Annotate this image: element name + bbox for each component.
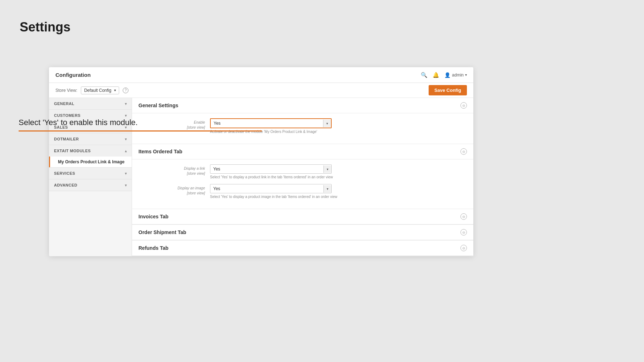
config-section-title-refunds-tab: Refunds Tab <box>138 245 169 251</box>
section-toggle-general-settings[interactable]: ⊖ <box>460 102 467 109</box>
sidebar-section-label-customers: CUSTOMERS <box>54 113 80 118</box>
config-section-header-order-shipment[interactable]: Order Shipment Tab ⊖ <box>132 225 473 240</box>
save-config-button[interactable]: Save Config <box>429 85 467 95</box>
display-image-select-wrapper: Yes ▾ <box>210 184 332 193</box>
sidebar-section-header-services[interactable]: SERVICES ▾ <box>49 168 132 179</box>
admin-user[interactable]: 👤 admin ▾ <box>444 72 467 78</box>
display-link-select-arrow[interactable]: ▾ <box>323 165 331 173</box>
display-link-select-wrapper: Yes ▾ <box>210 164 332 174</box>
store-view-bar: Store View: Default Config ▾ ? Save Conf… <box>49 83 473 98</box>
sidebar-section-label-dotmailer: DOTMAILER <box>54 137 79 141</box>
config-section-items-ordered: Items Ordered Tab ⊖ Display a link [stor… <box>132 144 473 209</box>
annotation-line <box>19 130 262 132</box>
admin-user-label: admin <box>452 73 464 78</box>
display-link-hint: Select 'Yes' to display a product link i… <box>210 175 467 179</box>
sidebar-section-dotmailer: DOTMAILER ▾ <box>49 133 132 145</box>
store-view-select[interactable]: Default Config ▾ <box>81 86 119 94</box>
general-chevron-icon: ▾ <box>125 102 127 106</box>
store-view-left: Store View: Default Config ▾ ? <box>55 86 128 94</box>
sidebar-item-my-orders[interactable]: My Orders Product Link & Image <box>49 157 132 167</box>
config-section-header-refunds-tab[interactable]: Refunds Tab ⊖ <box>132 240 473 256</box>
sidebar-section-header-general[interactable]: GENERAL ▾ <box>49 98 132 109</box>
sidebar-section-label-general: GENERAL <box>54 101 74 106</box>
annotation-text: Select 'Yes' to enable this module. <box>19 118 138 127</box>
sidebar-section-label-services: SERVICES <box>54 171 75 175</box>
config-section-body-items-ordered: Display a link [store view] Yes ▾ Select… <box>132 159 473 209</box>
dotmailer-chevron-icon: ▾ <box>125 137 127 141</box>
section-toggle-items-ordered[interactable]: ⊖ <box>460 148 467 155</box>
advanced-chevron-icon: ▾ <box>125 183 127 187</box>
sidebar-section-header-advanced[interactable]: ADVANCED ▾ <box>49 179 132 191</box>
config-row-label-display-link: Display a link [store view] <box>138 164 210 176</box>
section-toggle-order-shipment[interactable]: ⊖ <box>460 229 467 235</box>
config-section-general-settings: General Settings ⊖ Enable [store view] Y… <box>132 98 473 144</box>
store-view-chevron-icon: ▾ <box>114 88 116 92</box>
config-section-header-items-ordered[interactable]: Items Ordered Tab ⊖ <box>132 144 473 159</box>
user-icon: 👤 <box>444 72 450 78</box>
user-chevron-icon: ▾ <box>465 73 467 77</box>
sidebar-section-advanced: ADVANCED ▾ <box>49 179 132 191</box>
display-link-select-value: Yes <box>210 165 323 173</box>
browser-window: Configuration 🔍 🔔 👤 admin ▾ Store View: … <box>49 67 473 256</box>
config-section-title-invoices-tab: Invoices Tab <box>138 214 169 219</box>
config-section-header-invoices-tab[interactable]: Invoices Tab ⊖ <box>132 209 473 224</box>
sidebar-section-label-advanced: ADVANCED <box>54 183 77 187</box>
bell-icon[interactable]: 🔔 <box>433 72 439 78</box>
sidebar-section-label-extait: EXTAIT MODULES <box>54 149 91 153</box>
enable-select-wrapper: Yes ▾ <box>210 118 332 128</box>
sidebar-section-general: GENERAL ▾ <box>49 98 132 110</box>
config-row-display-link: Display a link [store view] Yes ▾ Select… <box>138 164 467 179</box>
display-image-hint: Select 'Yes' to display a product image … <box>210 195 467 199</box>
header-title: Configuration <box>55 72 91 78</box>
config-section-header-general-settings[interactable]: General Settings ⊖ <box>132 98 473 113</box>
config-section-invoices-tab: Invoices Tab ⊖ <box>132 209 473 225</box>
config-section-title-order-shipment: Order Shipment Tab <box>138 229 186 235</box>
display-image-select-arrow[interactable]: ▾ <box>323 185 331 193</box>
search-icon[interactable]: 🔍 <box>421 72 428 78</box>
sidebar-section-header-dotmailer[interactable]: DOTMAILER ▾ <box>49 133 132 145</box>
config-row-control-display-image: Yes ▾ Select 'Yes' to display a product … <box>210 184 467 199</box>
store-view-label: Store View: <box>55 88 77 93</box>
header-icons: 🔍 🔔 👤 admin ▾ <box>421 72 467 78</box>
config-section-body-general-settings: Enable [store view] Yes ▾ Activate or de… <box>132 113 473 144</box>
enable-select-value: Yes <box>211 119 323 128</box>
config-row-display-image: Display an image [store view] Yes ▾ Sele… <box>138 184 467 199</box>
store-view-value: Default Config <box>84 88 111 93</box>
section-toggle-refunds-tab[interactable]: ⊖ <box>460 245 467 251</box>
config-section-title-general-settings: General Settings <box>138 103 178 108</box>
display-image-select-value: Yes <box>210 184 323 193</box>
content-area: General Settings ⊖ Enable [store view] Y… <box>132 98 473 256</box>
config-section-refunds-tab: Refunds Tab ⊖ <box>132 240 473 256</box>
section-toggle-invoices-tab[interactable]: ⊖ <box>460 213 467 220</box>
page-title: Settings <box>20 20 70 35</box>
extait-chevron-icon: ▴ <box>125 149 127 153</box>
enable-select-arrow[interactable]: ▾ <box>323 120 331 127</box>
customers-chevron-icon: ▾ <box>125 114 127 118</box>
sidebar-section-services: SERVICES ▾ <box>49 168 132 179</box>
admin-header: Configuration 🔍 🔔 👤 admin ▾ <box>49 67 473 83</box>
config-row-control-display-link: Yes ▾ Select 'Yes' to display a product … <box>210 164 467 179</box>
config-row-label-enable: Enable [store view] <box>138 118 210 130</box>
config-section-order-shipment: Order Shipment Tab ⊖ <box>132 225 473 240</box>
help-icon[interactable]: ? <box>123 88 128 93</box>
config-row-label-display-image: Display an image [store view] <box>138 184 210 196</box>
sidebar-section-extait-modules: EXTAIT MODULES ▴ My Orders Product Link … <box>49 145 132 168</box>
services-chevron-icon: ▾ <box>125 172 127 175</box>
config-section-title-items-ordered: Items Ordered Tab <box>138 149 182 154</box>
sidebar-section-header-extait[interactable]: EXTAIT MODULES ▴ <box>49 145 132 157</box>
